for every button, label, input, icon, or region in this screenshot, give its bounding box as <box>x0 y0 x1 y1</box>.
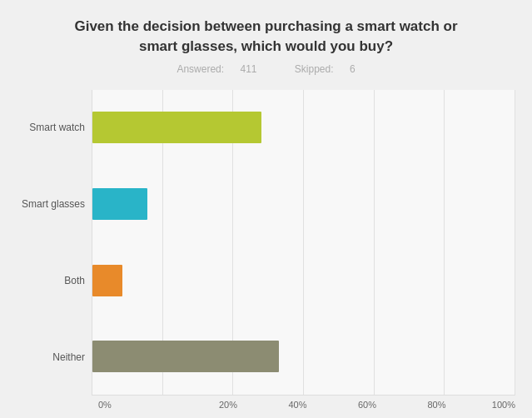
chart-area: Smart watchSmart glassesBothNeither 0%20… <box>8 90 524 410</box>
bar-row-smart-glasses <box>92 183 515 225</box>
survey-card: Given the decision between purchasing a … <box>0 0 532 418</box>
chart-body: Smart watchSmart glassesBothNeither <box>17 90 515 396</box>
skipped-stat: Skipped: 6 <box>288 63 362 75</box>
x-label-4: 80% <box>376 400 446 410</box>
x-label-0: 0% <box>98 400 168 410</box>
chart-title: Given the decision between purchasing a … <box>67 17 466 57</box>
chart-stats: Answered: 411 Skipped: 6 <box>163 63 368 75</box>
x-label-2: 40% <box>237 400 307 410</box>
bar-row-smart-watch <box>92 107 515 148</box>
bar-smart-glasses <box>92 188 147 220</box>
x-label-5: 100% <box>446 400 516 410</box>
bar-both <box>92 265 122 296</box>
bar-row-neither <box>92 336 515 377</box>
x-label-3: 60% <box>307 400 377 410</box>
y-label-both: Both <box>64 275 85 286</box>
x-axis: 0%20%40%60%80%100% <box>92 396 515 410</box>
bar-row-both <box>92 260 515 301</box>
y-axis-labels: Smart watchSmart glassesBothNeither <box>17 90 92 396</box>
y-label-smart-glasses: Smart glasses <box>22 198 85 210</box>
y-label-neither: Neither <box>52 351 85 363</box>
answered-stat: Answered: 411 <box>170 63 266 75</box>
bar-smart-watch <box>92 112 261 143</box>
x-label-1: 20% <box>168 400 238 410</box>
bar-neither <box>92 341 279 372</box>
bars-container <box>92 90 515 396</box>
y-label-smart-watch: Smart watch <box>29 122 85 133</box>
